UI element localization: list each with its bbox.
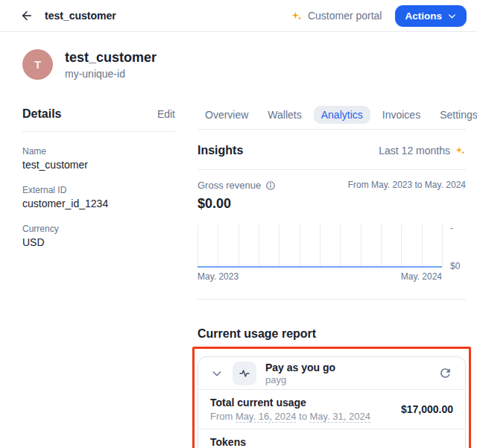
- chart-divider: [198, 299, 466, 300]
- details-edit-button[interactable]: Edit: [157, 108, 175, 120]
- x-axis-labels: May. 2023 May. 2024: [198, 271, 442, 282]
- insights-header-row: Insights Last 12 months: [198, 141, 466, 160]
- field-value: customer_id_1234: [22, 198, 175, 209]
- gross-revenue-range: From May. 2023 to May. 2024: [348, 180, 466, 190]
- detail-field-currency: Currency USD: [22, 224, 175, 248]
- usage-item-text-group: Tokens openai_tokens: [210, 436, 274, 448]
- details-title: Details: [22, 107, 61, 121]
- revenue-zero-line: [198, 266, 442, 268]
- gross-revenue-header: Gross revenue From May. 2023 to May. 202…: [198, 180, 466, 191]
- customer-name: test_customer: [65, 49, 157, 66]
- customer-portal-link[interactable]: Customer portal: [291, 10, 382, 22]
- usage-item-name: Tokens: [210, 436, 274, 448]
- customer-unique-id: my-unique-id: [65, 68, 157, 80]
- plan-code: payg: [265, 374, 335, 385]
- chevron-down-icon: [211, 367, 223, 379]
- y-axis-bottom-label: $0: [450, 261, 460, 271]
- total-usage-label: Total current usage: [210, 397, 370, 408]
- total-usage-text-group: Total current usage From May. 16, 2024 t…: [210, 397, 370, 422]
- back-button[interactable]: [18, 7, 36, 25]
- gross-revenue-label: Gross revenue: [198, 180, 261, 191]
- field-label: External ID: [22, 185, 175, 195]
- tab-invoices[interactable]: Invoices: [375, 106, 428, 124]
- period-start-date[interactable]: May. 16, 2024: [236, 411, 296, 423]
- x-axis-start-label: May. 2023: [198, 271, 238, 282]
- tab-overview[interactable]: Overview: [198, 106, 256, 124]
- customer-portal-label: Customer portal: [308, 10, 382, 22]
- plan-icon-box: [233, 362, 256, 385]
- revenue-chart: - $0: [198, 224, 442, 268]
- actions-button-label: Actions: [405, 10, 442, 22]
- refresh-button[interactable]: [437, 365, 453, 382]
- info-icon[interactable]: [265, 180, 276, 191]
- actions-button[interactable]: Actions: [395, 5, 467, 27]
- usage-card-header: Pay as you go payg: [198, 357, 465, 389]
- period-to-word: to: [299, 411, 307, 422]
- refresh-icon: [438, 366, 452, 380]
- gross-revenue-amount: $0.00: [198, 196, 466, 212]
- gross-revenue-label-group: Gross revenue: [198, 180, 276, 191]
- top-bar: test_customer Customer portal Actions: [0, 0, 477, 32]
- x-axis-end-label: May. 2024: [401, 271, 442, 282]
- period-label: Last 12 months: [379, 145, 450, 157]
- tabs-divider: [198, 129, 466, 130]
- sparkle-icon: [291, 10, 303, 22]
- detail-field-external-id: External ID customer_id_1234: [22, 185, 175, 209]
- tab-bar: Overview Wallets Analytics Invoices Sett…: [198, 104, 466, 124]
- detail-field-name: Name test_customer: [22, 146, 175, 171]
- insights-title: Insights: [198, 144, 243, 157]
- arrow-left-icon: [20, 9, 34, 22]
- tab-analytics[interactable]: Analytics: [314, 106, 370, 124]
- sparkle-icon: [455, 145, 466, 156]
- field-value: test_customer: [22, 159, 175, 171]
- topbar-customer-title: test_customer: [45, 10, 116, 22]
- details-divider: [22, 131, 175, 132]
- total-usage-row: Total current usage From May. 16, 2024 t…: [198, 389, 465, 429]
- usage-card: Pay as you go payg Total current usage F…: [198, 356, 466, 448]
- details-panel: Details Edit Name test_customer External…: [22, 105, 175, 248]
- field-value: USD: [22, 236, 175, 248]
- plan-name: Pay as you go: [265, 362, 335, 373]
- customer-identity: test_customer my-unique-id: [65, 49, 157, 80]
- chevron-down-icon: [447, 11, 457, 21]
- total-usage-amount: $17,000.00: [401, 403, 453, 415]
- usage-card-wrapper: Pay as you go payg Total current usage F…: [198, 356, 466, 448]
- y-axis-top-label: -: [450, 223, 453, 233]
- main-panel: Overview Wallets Analytics Invoices Sett…: [198, 104, 466, 448]
- customer-page: test_customer Customer portal Actions T …: [0, 0, 477, 448]
- insights-divider: [198, 169, 466, 170]
- period-end-date[interactable]: May. 31, 2024: [309, 411, 370, 423]
- collapse-toggle[interactable]: [210, 367, 224, 380]
- usage-item-row: Tokens openai_tokens: [198, 429, 465, 448]
- period-from-word: From: [210, 411, 233, 422]
- plan-text-group: Pay as you go payg: [265, 362, 335, 385]
- tab-wallets[interactable]: Wallets: [260, 106, 309, 124]
- field-label: Currency: [22, 224, 175, 234]
- activity-pulse-icon: [238, 367, 250, 379]
- tab-settings[interactable]: Settings: [432, 106, 477, 124]
- details-header-row: Details Edit: [22, 105, 175, 123]
- period-selector[interactable]: Last 12 months: [379, 145, 466, 157]
- usage-report-title: Current usage report: [198, 327, 466, 341]
- total-usage-period: From May. 16, 2024 to May. 31, 2024: [210, 411, 370, 422]
- avatar: T: [22, 49, 53, 80]
- field-label: Name: [22, 146, 175, 157]
- customer-header: T test_customer my-unique-id: [22, 49, 157, 80]
- topbar-actions-group: Customer portal Actions: [291, 5, 467, 27]
